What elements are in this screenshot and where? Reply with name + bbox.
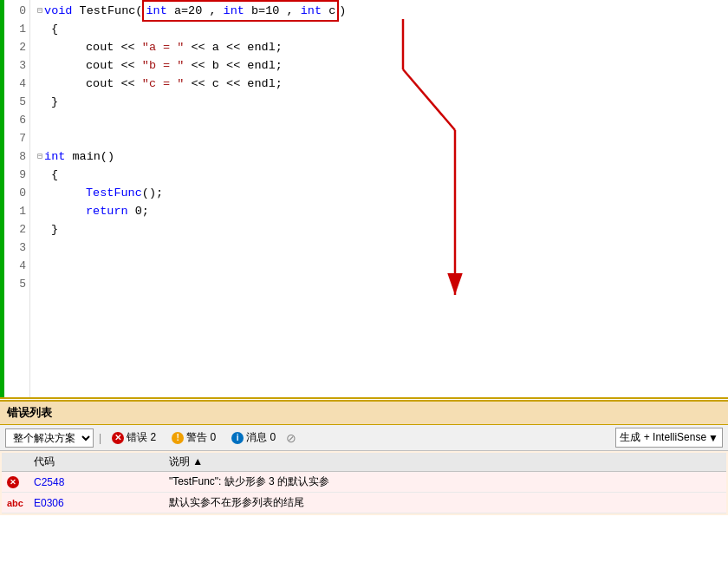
code-line-13 <box>37 239 728 257</box>
info-icon: i <box>231 432 244 444</box>
table-header-row: 代码 说明 ▲ <box>2 453 726 472</box>
str-c: "c = " <box>142 75 185 93</box>
error-code-c2548: C2548 <box>29 472 164 493</box>
code-line-14 <box>37 257 728 275</box>
cout-b: cout << <box>86 56 142 75</box>
code-line-1: { <box>37 20 728 38</box>
collapse-icon-8[interactable]: ⊟ <box>37 147 42 166</box>
open-brace-1: { <box>51 20 58 38</box>
keyword-int-a: int <box>146 4 166 17</box>
code-editor[interactable]: 0 1 2 3 4 5 6 7 8 9 0 1 2 3 4 5 ⊟ void T… <box>0 0 728 399</box>
error-toolbar: 整个解决方案 | ✕ 错误 2 ! 警告 0 i 消息 0 ⊘ 生成 + Int… <box>0 425 728 451</box>
collapse-icon-0[interactable]: ⊟ <box>37 2 42 20</box>
code-line-3: cout << "b = " << b << endl; <box>37 56 728 75</box>
error-panel-title: 错误列表 <box>7 406 52 419</box>
sort-asc-icon: ▲ <box>192 455 203 468</box>
warning-filter-btn[interactable]: ! 警告 0 <box>166 428 221 447</box>
main-name: main() <box>72 147 114 166</box>
open-brace-2: { <box>51 166 58 184</box>
build-dropdown-arrow: ▼ <box>708 432 718 444</box>
error-panel-header: 错误列表 <box>0 402 728 425</box>
error-circle-icon-c2548: ✕ <box>7 476 19 488</box>
info-btn-label: 消息 0 <box>246 430 276 445</box>
wavy-icon-e0306: abc <box>7 498 23 508</box>
error-filter-btn[interactable]: ✕ 错误 2 <box>107 428 161 447</box>
paren-open: ( <box>135 2 142 20</box>
code-line-0: ⊟ void TestFunc (int a=20 , int b=10 , i… <box>37 2 728 20</box>
str-a: "a = " <box>142 38 185 56</box>
table-row-e0306[interactable]: abc E0306 默认实参不在形参列表的结尾 <box>2 493 726 513</box>
info-filter-btn[interactable]: i 消息 0 <box>226 428 281 447</box>
error-panel: 错误列表 整个解决方案 | ✕ 错误 2 ! 警告 0 i 消息 0 ⊘ 生成 … <box>0 400 728 582</box>
code-line-12: } <box>37 220 728 239</box>
code-line-5: } <box>37 93 728 111</box>
cout-a: cout << <box>86 38 142 56</box>
param-a: a=20 , <box>167 4 224 17</box>
keyword-return: return <box>86 202 135 220</box>
code-line-2: cout << "a = " << a << endl; <box>37 38 728 56</box>
filter-icon: ⊘ <box>286 431 296 445</box>
code-line-11: return 0; <box>37 202 728 220</box>
code-line-7 <box>37 129 728 147</box>
code-line-15 <box>37 275 728 293</box>
testfunc-call: TestFunc <box>86 184 142 202</box>
keyword-int-main: int <box>44 147 72 166</box>
code-content-area[interactable]: ⊟ void TestFunc (int a=20 , int b=10 , i… <box>30 0 728 397</box>
code-line-9: { <box>37 166 728 184</box>
op-a: << a << endl; <box>184 38 282 56</box>
table-row-c2548[interactable]: ✕ C2548 "TestFunc": 缺少形参 3 的默认实参 <box>2 472 726 493</box>
str-b: "b = " <box>142 56 185 75</box>
paren-close: ) <box>339 2 346 20</box>
return-val: 0; <box>135 202 149 220</box>
error-link-e0306[interactable]: E0306 <box>34 497 64 509</box>
warning-icon: ! <box>172 432 184 444</box>
col-icon-header <box>2 453 29 472</box>
code-line-8: ⊟ int main() <box>37 147 728 166</box>
keyword-int-c: int <box>301 4 322 17</box>
error-table-container: 代码 说明 ▲ ✕ C2548 "TestFu <box>0 451 728 515</box>
error-link-c2548[interactable]: C2548 <box>34 476 64 488</box>
testfunc-paren: (); <box>142 184 163 202</box>
param-c: c <box>322 4 335 17</box>
param-highlight-box: int a=20 , int b=10 , int c <box>142 0 339 22</box>
error-row-icon-e0306: abc <box>2 493 29 513</box>
error-desc-c2548: "TestFunc": 缺少形参 3 的默认实参 <box>164 472 726 493</box>
code-line-6 <box>37 111 728 129</box>
keyword-int-b: int <box>224 4 244 17</box>
col-code-header[interactable]: 代码 <box>29 453 164 472</box>
build-label: 生成 + IntelliSense <box>620 430 706 445</box>
keyword-void: void <box>44 2 80 20</box>
op-c: << c << endl; <box>184 75 282 93</box>
line-numbers: 0 1 2 3 4 5 6 7 8 9 0 1 2 3 4 5 <box>4 0 30 397</box>
code-line-4: cout << "c = " << c << endl; <box>37 75 728 93</box>
build-select[interactable]: 生成 + IntelliSense ▼ <box>615 428 723 448</box>
close-brace-1: } <box>51 93 58 111</box>
warning-btn-label: 警告 0 <box>186 430 216 445</box>
error-row-icon-c2548: ✕ <box>2 472 29 493</box>
code-line-10: TestFunc (); <box>37 184 728 202</box>
cout-c: cout << <box>86 75 142 93</box>
error-table: 代码 说明 ▲ ✕ C2548 "TestFu <box>2 453 726 513</box>
error-code-e0306: E0306 <box>29 493 164 513</box>
toolbar-separator-1: | <box>99 432 101 444</box>
param-b: b=10 , <box>244 4 301 17</box>
error-btn-label: 错误 2 <box>127 430 156 445</box>
func-name: TestFunc <box>80 2 136 20</box>
solution-select[interactable]: 整个解决方案 <box>5 428 94 448</box>
col-desc-header[interactable]: 说明 ▲ <box>164 453 726 472</box>
error-icon: ✕ <box>112 432 124 444</box>
close-brace-2: } <box>51 220 58 239</box>
op-b: << b << endl; <box>184 56 282 75</box>
error-desc-e0306: 默认实参不在形参列表的结尾 <box>164 493 726 513</box>
